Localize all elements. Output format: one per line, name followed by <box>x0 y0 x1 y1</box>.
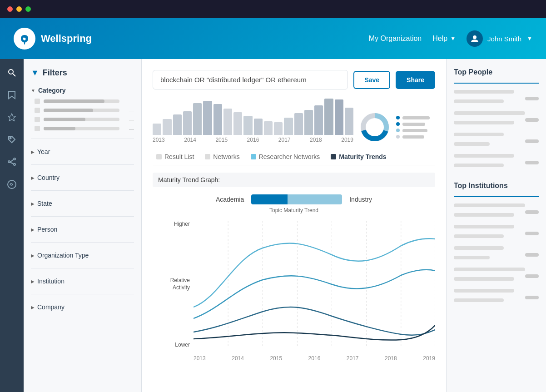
filters-title: ▼ Filters <box>31 68 134 78</box>
institution-detail-line <box>454 213 514 217</box>
tabs-row: Result List Networks Researcher Networks… <box>153 149 435 165</box>
legend-dot <box>396 122 400 126</box>
tab-checkbox-result-list <box>156 154 162 159</box>
tab-networks[interactable]: Networks <box>205 153 239 160</box>
svg-line-2 <box>13 74 15 76</box>
hist-bar <box>193 103 202 135</box>
logo-icon <box>14 28 35 50</box>
organization-type-filter[interactable]: ▶ Organization Type <box>31 248 134 263</box>
filter-funnel-icon: ▼ <box>31 68 39 78</box>
person-detail-line <box>454 99 504 103</box>
bookmark-icon[interactable] <box>8 90 16 102</box>
right-panel: Top People <box>446 59 546 392</box>
filter-item[interactable]: — <box>31 99 134 104</box>
hist-bar <box>345 108 353 135</box>
star-icon[interactable] <box>7 113 16 124</box>
hist-bar <box>243 116 252 135</box>
filter-divider <box>31 190 134 191</box>
close-dot[interactable] <box>7 6 13 12</box>
histogram-labels: 2013 2014 2015 2016 2017 2018 2019 <box>153 137 353 143</box>
filter-count: — <box>123 108 134 113</box>
filter-divider <box>31 139 134 139</box>
tag-icon[interactable] <box>7 135 16 146</box>
institution-stat <box>525 296 539 299</box>
wellspring-icon[interactable] <box>7 179 17 192</box>
person-filter[interactable]: ▶ Person <box>31 222 134 237</box>
donut-legend <box>396 116 430 139</box>
user-menu[interactable]: John Smith ▼ <box>467 30 532 47</box>
share-button[interactable]: Share <box>396 71 435 89</box>
help-nav[interactable]: Help ▼ <box>432 35 456 43</box>
institution-name-line <box>454 289 514 293</box>
filter-item[interactable]: — <box>31 117 134 122</box>
minimize-dot[interactable] <box>16 6 22 12</box>
legend-label <box>402 135 424 139</box>
filter-checkbox[interactable] <box>35 117 40 122</box>
filter-item[interactable]: — <box>31 108 134 113</box>
legend-label <box>402 123 425 126</box>
panel-person-item <box>454 111 539 128</box>
year-arrow-icon: ▶ <box>31 149 35 154</box>
academia-bar <box>251 194 288 204</box>
svg-point-1 <box>9 69 13 74</box>
filter-item[interactable]: — <box>31 126 134 131</box>
svg-point-5 <box>14 158 15 160</box>
filter-count: — <box>123 99 134 104</box>
hist-bar <box>264 121 273 135</box>
filter-bar <box>44 109 119 112</box>
state-filter[interactable]: ▶ State <box>31 196 134 211</box>
tab-checkbox-maturity-trends <box>331 154 336 159</box>
legend-dot <box>396 129 400 132</box>
country-filter[interactable]: ▶ Country <box>31 170 134 185</box>
org-type-arrow-icon: ▶ <box>31 253 35 258</box>
filter-checkbox[interactable] <box>35 108 40 113</box>
maximize-dot[interactable] <box>25 6 31 12</box>
tab-researcher-networks[interactable]: Researcher Networks <box>251 153 320 160</box>
institution-detail-line <box>454 277 514 281</box>
svg-point-10 <box>8 180 16 189</box>
donut-chart-area <box>353 111 435 143</box>
svg-line-9 <box>10 162 14 164</box>
svg-point-0 <box>473 35 477 39</box>
person-name-line <box>454 154 514 158</box>
search-input[interactable] <box>153 70 348 89</box>
company-filter[interactable]: ▶ Company <box>31 300 134 314</box>
top-institutions-section: Top Institutions <box>454 182 539 306</box>
histogram-section: 2013 2014 2015 2016 2017 2018 2019 <box>153 99 435 143</box>
hist-bar <box>254 119 263 135</box>
filters-panel: ▼ Filters ▼ Category — — <box>24 59 142 392</box>
svg-point-4 <box>10 138 11 139</box>
institution-filter[interactable]: ▶ Institution <box>31 274 134 288</box>
tab-maturity-trends[interactable]: Maturity Trends <box>331 153 386 160</box>
filter-checkbox[interactable] <box>35 99 40 104</box>
hist-bar <box>314 105 323 135</box>
share-icon[interactable] <box>7 157 16 169</box>
y-axis-relative: Relative Activity <box>170 277 190 291</box>
hist-bar <box>233 112 242 135</box>
category-header[interactable]: ▼ Category <box>31 87 134 94</box>
industry-label: Industry <box>349 196 372 203</box>
hist-bar <box>153 124 161 135</box>
filter-checkbox[interactable] <box>35 126 40 131</box>
academia-industry-slider[interactable] <box>251 194 342 204</box>
company-arrow-icon: ▶ <box>31 305 35 310</box>
institution-name-line <box>454 268 525 271</box>
legend-label <box>402 129 427 132</box>
top-institutions-title: Top Institutions <box>454 182 539 190</box>
sidebar-icons <box>0 59 24 392</box>
user-chevron-icon: ▼ <box>527 35 532 42</box>
tab-result-list[interactable]: Result List <box>156 153 194 160</box>
institution-stat <box>525 210 539 214</box>
svg-point-14 <box>366 118 384 136</box>
panel-person-item <box>454 90 539 107</box>
search-icon[interactable] <box>7 68 16 79</box>
legend-label <box>402 116 430 119</box>
my-organization-nav[interactable]: My Organization <box>369 35 422 43</box>
search-bar-row: Save Share <box>153 70 435 89</box>
legend-item <box>396 135 430 139</box>
legend-dot <box>396 116 400 119</box>
save-button[interactable]: Save <box>353 71 390 89</box>
panel-person-item <box>454 154 539 171</box>
year-filter[interactable]: ▶ Year <box>31 144 134 159</box>
top-institutions-divider <box>454 196 539 197</box>
